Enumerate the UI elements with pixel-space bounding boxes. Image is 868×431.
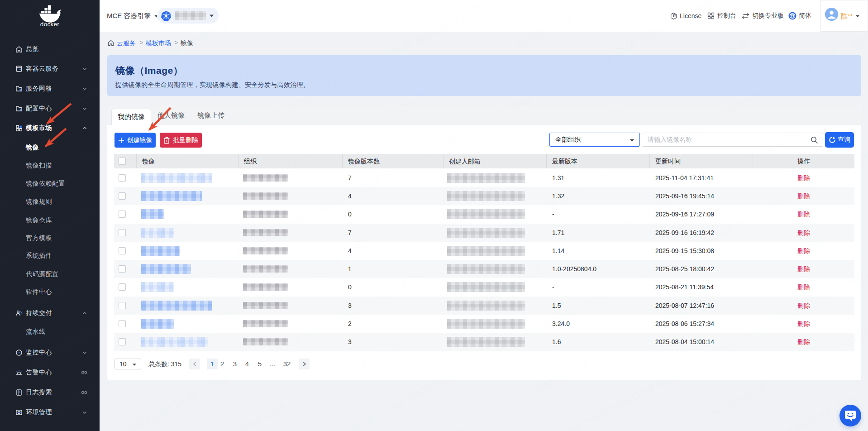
svg-text:docker: docker [40, 21, 60, 27]
